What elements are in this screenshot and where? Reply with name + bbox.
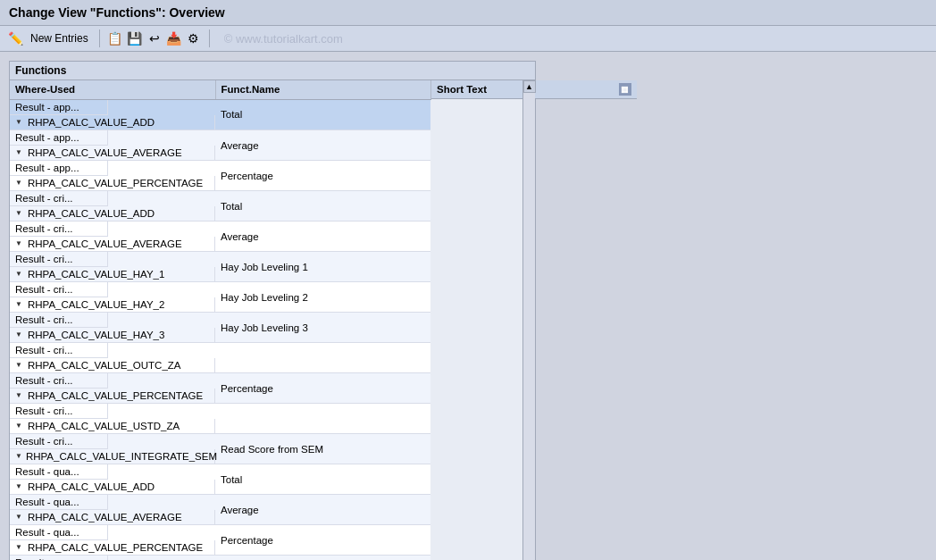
table-row[interactable]: Result - app...▼RHPA_CALC_VALUE_ADDTotal xyxy=(10,99,637,130)
table-row[interactable]: Result - cri...▼RHPA_CALC_VALUE_HAY_1Hay… xyxy=(10,252,637,282)
cell-funct-name: ▼RHPA_CALC_VALUE_OUTC_ZA xyxy=(10,358,215,373)
cell-funct-name: ▼RHPA_CALC_VALUE_AVERAGE xyxy=(10,510,215,525)
cell-funct-name: ▼RHPA_CALC_VALUE_PERCENTAGE xyxy=(10,540,215,556)
functions-table: Where-Used Funct.Name Short Text ▦ Resul… xyxy=(10,80,637,560)
cell-where-used: Result - qua... xyxy=(10,495,108,510)
table-row[interactable]: Result - cri...▼RHPA_CALC_VALUE_HAY_2Hay… xyxy=(10,282,637,313)
import-icon[interactable]: 📥 xyxy=(166,30,182,46)
dropdown-icon[interactable]: ▼ xyxy=(15,361,24,370)
dropdown-icon[interactable]: ▼ xyxy=(15,513,24,522)
table-row[interactable]: Result - cri...▼RHPA_CALC_VALUE_USTD_ZA xyxy=(10,404,637,434)
table-row[interactable]: Result - cri...▼RHPA_CALC_VALUE_OUTC_ZA xyxy=(10,343,637,373)
cell-where-used: Result - qua... xyxy=(10,464,108,480)
settings-icon[interactable]: ⚙ xyxy=(186,30,202,46)
cell-where-used: Result - cri... xyxy=(10,373,108,389)
table-container: Where-Used Funct.Name Short Text ▦ Resul… xyxy=(10,80,535,560)
dropdown-icon[interactable]: ▼ xyxy=(15,179,24,188)
cell-short-text: Transfer qualification proficiency xyxy=(215,556,430,561)
table-body: Result - app...▼RHPA_CALC_VALUE_ADDTotal… xyxy=(10,99,637,560)
table-row[interactable]: Result - qua...▼RHPA_CALC_VALUE_ADDTotal xyxy=(10,464,637,495)
separator-2 xyxy=(209,29,210,47)
cell-where-used: Result - cri... xyxy=(10,434,108,449)
dropdown-icon[interactable]: ▼ xyxy=(15,209,24,218)
table-row[interactable]: Result - app...▼RHPA_CALC_VALUE_PERCENTA… xyxy=(10,161,637,191)
dropdown-icon[interactable]: ▼ xyxy=(15,391,24,400)
cell-funct-name: ▼RHPA_CALC_VALUE_ADD xyxy=(10,115,215,130)
dropdown-icon[interactable]: ▼ xyxy=(15,482,24,491)
dropdown-icon[interactable]: ▼ xyxy=(15,118,24,127)
table-row[interactable]: Result - qua...▼RHPA_CALC_VALUE_QUALITra… xyxy=(10,556,637,561)
table-row[interactable]: Result - cri...▼RHPA_CALC_VALUE_HAY_3Hay… xyxy=(10,313,637,343)
undo-icon[interactable]: ↩ xyxy=(146,30,163,46)
dropdown-icon[interactable]: ▼ xyxy=(15,270,24,279)
toolbar: ✏️ New Entries 📋 💾 ↩ 📥 ⚙ © www.tutorialk… xyxy=(0,26,936,52)
cell-where-used: Result - app... xyxy=(10,100,108,115)
title-bar: Change View "Functions": Overview xyxy=(0,0,936,26)
cell-short-text: Total xyxy=(215,99,430,130)
vertical-scrollbar[interactable]: ▲ ▼ xyxy=(522,80,535,560)
cell-where-used: Result - app... xyxy=(10,130,108,146)
cell-short-text: Hay Job Leveling 1 xyxy=(215,252,430,282)
dropdown-icon[interactable]: ▼ xyxy=(15,543,24,552)
cell-funct-name: ▼RHPA_CALC_VALUE_HAY_3 xyxy=(10,328,215,343)
cell-funct-name: ▼RHPA_CALC_VALUE_PERCENTAGE xyxy=(10,176,215,191)
scroll-up-btn[interactable]: ▲ xyxy=(523,80,536,93)
copy-icon[interactable]: 📋 xyxy=(107,30,123,46)
col-header-where-used: Where-Used xyxy=(10,80,215,99)
cell-short-text: Average xyxy=(215,495,430,525)
cell-short-text: Total xyxy=(215,191,430,221)
cell-short-text: Read Score from SEM xyxy=(215,434,430,464)
cell-where-used: Result - cri... xyxy=(10,404,108,419)
cell-where-used: Result - cri... xyxy=(10,313,108,328)
cell-where-used: Result - qua... xyxy=(10,525,108,540)
cell-short-text xyxy=(215,404,430,434)
dropdown-icon[interactable]: ▼ xyxy=(15,422,24,430)
cell-funct-name: ▼RHPA_CALC_VALUE_USTD_ZA xyxy=(10,419,215,434)
cell-short-text: Average xyxy=(215,130,430,161)
cell-where-used: Result - cri... xyxy=(10,252,108,267)
cell-where-used: Result - cri... xyxy=(10,191,108,206)
table-row[interactable]: Result - cri...▼RHPA_CALC_VALUE_AVERAGEA… xyxy=(10,221,637,252)
cell-short-text: Hay Job Leveling 3 xyxy=(215,313,430,343)
watermark: © www.tutorialkart.com xyxy=(224,32,343,46)
cell-short-text: Average xyxy=(215,221,430,252)
dropdown-icon[interactable]: ▼ xyxy=(15,300,24,309)
scroll-track-v[interactable] xyxy=(523,93,535,560)
dropdown-icon[interactable]: ▼ xyxy=(15,148,24,157)
cell-funct-name: ▼RHPA_CALC_VALUE_HAY_1 xyxy=(10,267,215,282)
cell-where-used: Result - cri... xyxy=(10,343,108,358)
table-header-row: Where-Used Funct.Name Short Text ▦ xyxy=(10,80,637,99)
table-row[interactable]: Result - qua...▼RHPA_CALC_VALUE_AVERAGEA… xyxy=(10,495,637,525)
table-row[interactable]: Result - cri...▼RHPA_CALC_VALUE_ADDTotal xyxy=(10,191,637,221)
cell-where-used: Result - cri... xyxy=(10,282,108,297)
new-entries-button[interactable]: New Entries xyxy=(27,30,92,46)
cell-funct-name: ▼RHPA_CALC_VALUE_PERCENTAGE xyxy=(10,389,215,404)
save-icon[interactable]: 💾 xyxy=(127,30,143,46)
cell-funct-name: ▼RHPA_CALC_VALUE_AVERAGE xyxy=(10,237,215,252)
main-content: Functions Where-Used Funct.Name Short Te… xyxy=(0,52,936,560)
table-row[interactable]: Result - cri...▼RHPA_CALC_VALUE_PERCENTA… xyxy=(10,373,637,404)
dropdown-icon[interactable]: ▼ xyxy=(15,452,22,461)
separator-1 xyxy=(99,29,100,47)
col-header-funct-name: Funct.Name xyxy=(215,80,430,99)
page-title: Change View "Functions": Overview xyxy=(9,5,225,20)
panel-header: Functions xyxy=(10,62,535,80)
cell-funct-name: ▼RHPA_CALC_VALUE_AVERAGE xyxy=(10,146,215,161)
cell-funct-name: ▼RHPA_CALC_VALUE_ADD xyxy=(10,206,215,221)
cell-short-text: Percentage xyxy=(215,525,430,556)
table-row[interactable]: Result - app...▼RHPA_CALC_VALUE_AVERAGEA… xyxy=(10,130,637,161)
edit-icon: ✏️ xyxy=(7,30,23,46)
column-settings-icon[interactable]: ▦ xyxy=(619,83,631,96)
table-row[interactable]: Result - qua...▼RHPA_CALC_VALUE_PERCENTA… xyxy=(10,525,637,556)
dropdown-icon[interactable]: ▼ xyxy=(15,330,24,339)
new-entries-label: New Entries xyxy=(30,32,88,45)
cell-short-text xyxy=(215,343,430,373)
cell-short-text: Percentage xyxy=(215,373,430,404)
table-row[interactable]: Result - cri...▼RHPA_CALC_VALUE_INTEGRAT… xyxy=(10,434,637,464)
cell-where-used: Result - app... xyxy=(10,161,108,176)
functions-panel: Functions Where-Used Funct.Name Short Te… xyxy=(9,61,536,560)
cell-funct-name: ▼RHPA_CALC_VALUE_HAY_2 xyxy=(10,297,215,313)
cell-funct-name: ▼RHPA_CALC_VALUE_INTEGRATE_SEM xyxy=(10,449,215,464)
cell-short-text: Hay Job Leveling 2 xyxy=(215,282,430,313)
dropdown-icon[interactable]: ▼ xyxy=(15,239,24,248)
